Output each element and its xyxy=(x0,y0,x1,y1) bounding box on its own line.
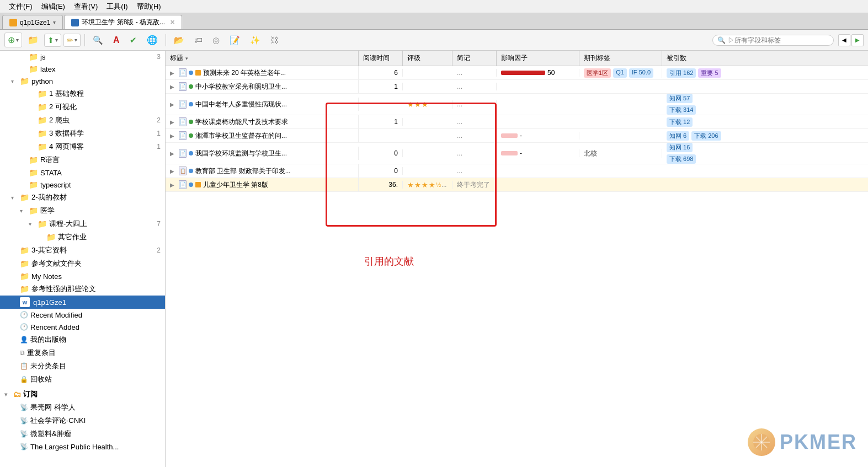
menu-view[interactable]: 查看(V) xyxy=(70,1,102,13)
sidebar-item-python-2[interactable]: 📁 2 可视化 xyxy=(0,100,165,114)
sidebar-label: My Notes xyxy=(31,272,62,281)
sidebar-item-hw[interactable]: 📁 其它作业 xyxy=(0,230,165,244)
sidebar-item-rss4[interactable]: 📡 The Largest Public Health... xyxy=(0,441,165,453)
col-read[interactable]: 阅读时间 xyxy=(359,51,403,66)
sidebar-item-recent-mod[interactable]: 🕐 Recent Modified xyxy=(0,309,165,321)
nav-back[interactable]: ◀ xyxy=(838,34,850,46)
sidebar-label: 订阅 xyxy=(23,389,38,399)
star-icon: ★ xyxy=(422,100,428,109)
sidebar-item-mytext[interactable]: ▾ 📁 2-我的教材 xyxy=(0,191,165,204)
tab-q1p1gze1[interactable]: q1p1Gze1 ▾ xyxy=(2,15,63,29)
sidebar-item-med[interactable]: ▾ 📁 医学 xyxy=(0,204,165,217)
folder-icon: 📁 xyxy=(38,142,47,151)
sidebar-item-rss3[interactable]: 📡 微塑料&肿瘤 xyxy=(0,427,165,441)
row-title-text: 教育部 卫生部 财政部关于印发... xyxy=(195,167,291,176)
pdf-button[interactable]: A xyxy=(109,33,124,47)
table-row[interactable]: ▶ 📋 教育部 卫生部 财政部关于印发... 0 ... xyxy=(166,164,868,178)
import-button[interactable]: ⬆ ▾ xyxy=(44,34,61,47)
duplicate-icon: ⧉ xyxy=(20,349,25,357)
sidebar-item-python-3[interactable]: 📁 2 爬虫 2 xyxy=(0,114,165,127)
web-button[interactable]: 🌐 xyxy=(143,33,162,47)
sidebar-item-dup[interactable]: ⧉ 重复条目 xyxy=(0,346,165,359)
row-rating: ★ ★ ★ xyxy=(403,100,452,109)
sidebar-item-course[interactable]: ▾ 📁 课程-大四上 7 xyxy=(0,217,165,230)
sidebar-item-r[interactable]: 📁 R语言 xyxy=(0,153,165,167)
sidebar-item-python[interactable]: ▾ 📁 python xyxy=(0,75,165,87)
star-icon: ★ xyxy=(422,181,428,189)
col-note[interactable]: 简记 xyxy=(452,51,497,66)
table-row[interactable]: ▶ 📄 湘潭市学校卫生监督存在的问... ... - 知网 6 下载 206 xyxy=(166,129,868,143)
annotate-button[interactable]: ✏ ▾ xyxy=(63,34,81,47)
tick-button[interactable]: ✔ xyxy=(126,33,141,47)
star-half-icon: ½ xyxy=(436,181,441,188)
sidebar-label: 医学 xyxy=(40,206,55,216)
tab-chevron-1[interactable]: ▾ xyxy=(53,19,56,25)
sidebar-item-python-4[interactable]: 📁 3 数据科学 1 xyxy=(0,127,165,140)
table-row[interactable]: ▶ 📄 中小学校教室采光和照明卫生... 1 ... xyxy=(166,80,868,94)
search-box[interactable]: 🔍 xyxy=(712,35,834,46)
table-row[interactable]: ▶ 📄 预测未来 20 年英格兰老年... 6 ... 50 医学1区 Q1 I… xyxy=(166,66,868,80)
sidebar-count: 1 xyxy=(157,130,161,137)
tab-label-1: q1p1Gze1 xyxy=(20,19,50,26)
table-row[interactable]: ▶ 📄 儿童少年卫生学 第8版 36. ★ ★ ★ ★ ½ ... 终于考完了 xyxy=(166,178,868,192)
filter-button[interactable]: ◎ xyxy=(209,33,223,47)
add-button[interactable]: ⊕ ▾ xyxy=(4,33,22,47)
menu-tools[interactable]: 工具(I) xyxy=(102,1,132,13)
sidebar-item-rss2[interactable]: 📡 社会学评论-CNKI xyxy=(0,414,165,427)
folder-icon: 📁 xyxy=(29,65,38,73)
row-title-text: 中小学校教室采光和照明卫生... xyxy=(195,82,287,92)
col-title[interactable]: 标题 ▾ xyxy=(166,51,359,66)
sidebar-item-ref[interactable]: 📁 参考文献文件夹 xyxy=(0,257,165,270)
sidebar-item-trash[interactable]: 🔒 回收站 xyxy=(0,373,165,386)
ai-button[interactable]: ✨ xyxy=(246,33,264,47)
sidebar-item-mynotes[interactable]: 📁 My Notes xyxy=(0,270,165,282)
sidebar-item-other[interactable]: 📁 3-其它资料 2 xyxy=(0,244,165,257)
sidebar-item-myworks[interactable]: 👤 我的出版物 xyxy=(0,333,165,346)
collections-button[interactable]: 📂 xyxy=(170,33,188,47)
col-cited[interactable]: 被引数 xyxy=(662,51,728,66)
folder-button[interactable]: 📁 xyxy=(24,33,42,47)
tab-close-2[interactable]: ✕ xyxy=(170,19,175,26)
tab-huanjing[interactable]: 环境卫生学 第8版 - 杨克敌... ✕ xyxy=(64,15,182,29)
sidebar-item-stata[interactable]: 📁 STATA xyxy=(0,167,165,179)
sidebar-label: 3 数据科学 xyxy=(49,128,84,138)
sidebar-item-ts[interactable]: 📁 typescript xyxy=(0,179,165,191)
link-button[interactable]: ⛓ xyxy=(267,33,283,47)
tag-button[interactable]: 🏷 xyxy=(190,33,206,47)
col-rating[interactable]: 评级 xyxy=(403,51,452,66)
table-row[interactable]: ▶ 📄 我国学校环境监测与学校卫生... 0 ... - 北核 知网 16 xyxy=(166,143,868,164)
trash-icon: 🔒 xyxy=(20,375,28,383)
search-button[interactable]: 🔍 xyxy=(89,33,107,47)
row-rating: ★ ★ ★ ★ ½ ... xyxy=(403,181,452,189)
sidebar-label: Recent Modified xyxy=(30,311,82,319)
menu-edit[interactable]: 编辑(E) xyxy=(37,1,70,13)
table-row[interactable]: ▶ 📄 学校课桌椅功能尺寸及技术要求 1 ... 下载 12 xyxy=(166,115,868,129)
row-color-dot xyxy=(189,151,193,155)
sidebar-item-uncat[interactable]: 📋 未分类条目 xyxy=(0,359,165,373)
row-note: ... xyxy=(452,69,497,77)
sidebar-item-strong[interactable]: 📁 参考性强的那些论文 xyxy=(0,282,165,296)
sidebar-item-rss1[interactable]: 📡 果壳网 科学人 xyxy=(0,401,165,414)
impact-bar xyxy=(501,133,518,138)
sidebar-item-latex[interactable]: 📁 latex xyxy=(0,63,165,75)
row-expand-icon: ▶ xyxy=(170,101,177,108)
menu-file[interactable]: 文件(F) xyxy=(4,1,37,13)
rating-dots: ... xyxy=(441,181,446,188)
sidebar-item-python-1[interactable]: 📁 1 基础教程 xyxy=(0,87,165,100)
sidebar-item-q1p1[interactable]: w q1p1Gze1 xyxy=(0,296,165,309)
menu-help[interactable]: 帮助(H) xyxy=(132,1,166,13)
nav-forward[interactable]: ▶ xyxy=(851,34,864,46)
row-cited: 知网 16 下载 698 xyxy=(662,143,728,164)
search-input[interactable] xyxy=(728,36,816,44)
toolbar-sep2 xyxy=(166,34,166,46)
row-note: ... xyxy=(452,132,497,139)
sidebar-item-recent-add[interactable]: 🕐 Rencent Added xyxy=(0,321,165,333)
col-journal[interactable]: 期刊标签 xyxy=(579,51,662,66)
note-button[interactable]: 📝 xyxy=(226,33,244,47)
row-color-dot xyxy=(189,133,193,138)
sidebar-item-js[interactable]: 📁 js 3 xyxy=(0,51,165,63)
sidebar-item-python-5[interactable]: 📁 4 网页博客 1 xyxy=(0,140,165,153)
table-row[interactable]: ▶ 📄 中国中老年人多重慢性病现状... ★ ★ ★ ... 知网 57 下载 … xyxy=(166,94,868,115)
col-impact[interactable]: 影响因子 xyxy=(497,51,579,66)
toolbar: ⊕ ▾ 📁 ⬆ ▾ ✏ ▾ 🔍 A ✔ 🌐 📂 🏷 ◎ 📝 ✨ xyxy=(0,30,868,51)
